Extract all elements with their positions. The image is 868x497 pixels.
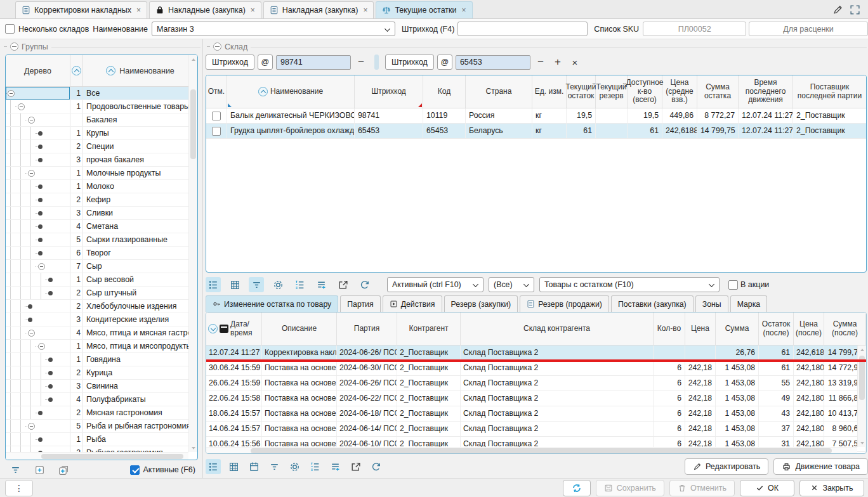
tree-row[interactable]: 2 Курица — [6, 366, 188, 380]
tree-row[interactable]: 1 Молоко — [6, 180, 188, 193]
tree-toggle-icon[interactable] — [38, 238, 43, 242]
save-button[interactable]: Сохранить — [596, 480, 664, 496]
tree-cell[interactable] — [6, 406, 70, 419]
tree-row[interactable]: 5 Рыба и рыбная гастрономия — [6, 420, 188, 433]
tree-row-name[interactable]: Сыр — [83, 260, 188, 273]
column-header-rest-after[interactable]: Остаток (после) — [759, 313, 794, 345]
tree-toggle-icon[interactable] — [28, 330, 35, 337]
tree-row[interactable]: 2 Хлебобулочные издения — [6, 300, 188, 313]
clear-filters-button[interactable]: × — [568, 57, 582, 68]
product-row[interactable]: Балык деликатесный ЧЕРКИЗОВО 98741 10119… — [206, 108, 866, 124]
column-header-last-movement[interactable]: Время последнего движения — [739, 75, 793, 108]
tree-cell[interactable] — [6, 180, 70, 193]
tree-row-name[interactable]: Крупы — [83, 127, 188, 139]
column-header-datetime[interactable]: Дата/ время — [206, 313, 262, 345]
column-header-code[interactable]: Код — [423, 75, 466, 108]
tree-cell[interactable] — [6, 353, 70, 366]
tree-row-name[interactable]: Кефир — [83, 193, 188, 206]
tree-row-name[interactable]: Сметана — [83, 220, 188, 233]
add-list-icon[interactable] — [327, 459, 343, 474]
detail-tab[interactable]: Партия — [340, 295, 380, 312]
gear-icon[interactable] — [287, 459, 302, 474]
scroll-down-arrow[interactable] — [189, 444, 197, 452]
tree-cell[interactable] — [6, 113, 70, 126]
tree-toggle-icon[interactable] — [48, 384, 53, 389]
tree-cell[interactable] — [6, 380, 70, 392]
tree-row[interactable]: 7 Сыр — [6, 260, 188, 273]
column-header-sum[interactable]: Сумма остатка — [697, 75, 739, 108]
tree-row[interactable]: 1 Продовольственные товары — [6, 100, 188, 113]
tree-row-name[interactable]: Сыр весовой — [83, 273, 188, 286]
filter-icon[interactable] — [249, 277, 264, 292]
tree-cell[interactable] — [6, 273, 70, 286]
tree-row-name[interactable]: Бакалея — [83, 113, 188, 126]
column-header-sum[interactable]: Сумма — [716, 313, 759, 345]
column-header-available[interactable]: Доступное к-во (всего) — [628, 75, 662, 108]
scroll-thumb[interactable] — [251, 448, 832, 453]
movement-row[interactable]: 14.06.24 15:57 Поставка на основе наклад… — [206, 422, 866, 437]
tree-row-name[interactable]: Молочные продукты — [83, 167, 188, 179]
tree-row-name[interactable]: прочая бакалея — [83, 153, 188, 166]
tree-toggle-icon[interactable] — [38, 263, 45, 270]
collapse-icon[interactable] — [213, 42, 221, 51]
tree-row[interactable]: 1 Говядина — [6, 353, 188, 366]
tree-toggle-icon[interactable] — [38, 211, 43, 216]
detail-tab[interactable]: Резерв (продажи) — [520, 295, 609, 312]
movement-row[interactable]: 26.06.24 15:59 Поставка на основе наклад… — [206, 376, 866, 391]
column-header-reserve[interactable]: Текущий резерв — [596, 75, 628, 108]
scroll-up-arrow[interactable] — [858, 345, 866, 354]
column-header-supplier[interactable]: Поставщик последней партии — [793, 75, 866, 108]
tree-toggle-icon[interactable] — [48, 397, 53, 402]
sort-asc-icon[interactable] — [258, 87, 268, 96]
sort-desc-icon[interactable] — [208, 324, 218, 333]
movements-horizontal-scrollbar[interactable] — [206, 447, 857, 453]
refresh-button[interactable] — [563, 480, 591, 496]
tree-row[interactable]: 2 Рыбная гастрономия — [6, 446, 188, 452]
tree-row[interactable]: 1 Рыба — [6, 433, 188, 446]
column-header-otm[interactable]: Отм. — [206, 75, 227, 108]
tree-row-name[interactable]: Полуфабрикаты — [83, 393, 188, 406]
tree-row[interactable]: 4 Мясо, птица и мясная гастрон — [6, 326, 188, 340]
stock-filter-select[interactable]: Товары с остатком (F10) — [539, 277, 720, 292]
tree-cell[interactable] — [6, 446, 70, 452]
tree-row[interactable]: 3 Сливки — [6, 207, 188, 220]
add-multiple-icon[interactable] — [56, 462, 71, 477]
tree-cell[interactable] — [6, 340, 70, 352]
edit-button[interactable]: Редактировать — [685, 458, 768, 475]
column-header-price-after[interactable]: Цена (после) — [794, 313, 824, 345]
tree-cell[interactable] — [6, 287, 70, 299]
column-header-unit[interactable]: Ед. изм. — [532, 75, 567, 108]
scroll-down-arrow[interactable] — [858, 439, 866, 447]
sku-input[interactable] — [643, 22, 746, 36]
promo-checkbox[interactable] — [728, 280, 738, 290]
sort-asc-icon[interactable] — [72, 66, 81, 75]
tree-toggle-icon[interactable] — [38, 131, 43, 136]
remove-filter-button[interactable]: − — [534, 56, 548, 68]
remove-filter-button[interactable]: − — [354, 56, 368, 68]
filter-icon[interactable] — [8, 462, 23, 477]
sort-asc-icon[interactable] — [106, 66, 115, 75]
column-header-qty[interactable]: Кол-во — [654, 313, 685, 345]
tree-row-name[interactable]: Сливки — [83, 207, 188, 219]
tree-cell[interactable] — [6, 393, 70, 406]
scroll-thumb[interactable] — [859, 356, 865, 400]
tree-toggle-icon[interactable] — [38, 224, 43, 229]
detail-tab[interactable]: Резерв (закупки) — [444, 295, 518, 312]
tree-row-name[interactable]: Сырки глазированные — [83, 233, 188, 246]
detail-tab[interactable]: Изменение остатка по товару — [206, 295, 338, 312]
tree-cell[interactable] — [6, 167, 70, 179]
barcode-input[interactable] — [457, 22, 588, 36]
status-select[interactable]: Активный (ctrl F10) — [387, 277, 483, 292]
tree-vertical-scrollbar[interactable] — [188, 55, 197, 452]
tree-cell[interactable] — [6, 193, 70, 206]
goods-movement-button[interactable]: Движение товара — [773, 458, 868, 475]
tree-row-name[interactable]: Хлебобулочные издения — [83, 300, 188, 313]
tab-close-icon[interactable]: × — [136, 6, 141, 15]
tree-cell[interactable] — [6, 260, 70, 273]
tree-toggle-icon[interactable] — [28, 423, 35, 430]
tree-row-name[interactable]: Сыр штучный — [83, 287, 188, 299]
column-header-batch[interactable]: Партия — [337, 313, 397, 345]
tree-row[interactable]: 2 Кефир — [6, 193, 188, 207]
tab[interactable]: Накладные (закупка) × — [149, 1, 261, 18]
tree-row-name[interactable]: Мясная гастрономия — [83, 406, 188, 419]
